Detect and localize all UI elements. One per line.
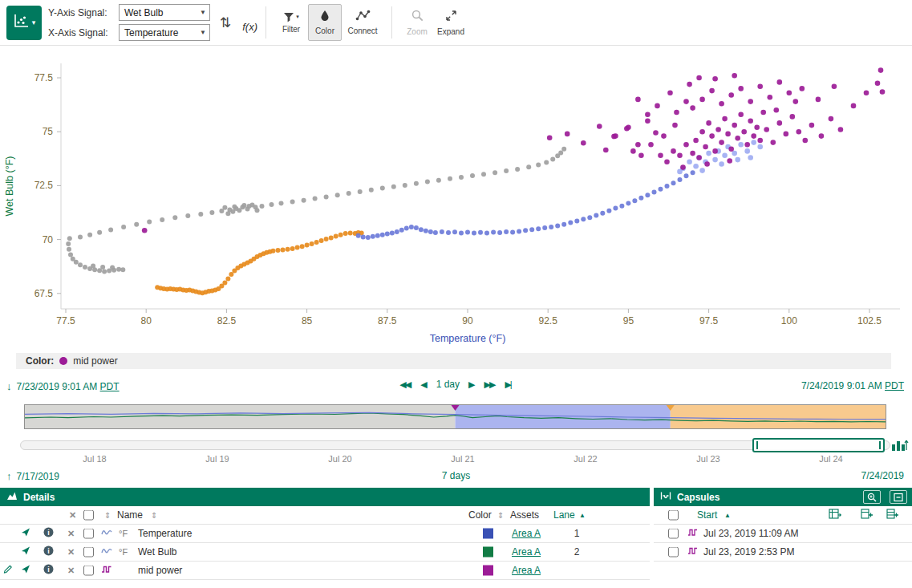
x-axis-signal-select[interactable]: Temperature ▼ (119, 24, 210, 41)
row-checkbox[interactable] (83, 529, 94, 539)
remove-icon[interactable]: ✕ (67, 566, 75, 576)
color-swatch[interactable] (483, 566, 493, 576)
item-name: mid power (138, 565, 182, 576)
y-axis-signal-select[interactable]: Wet Bulb ▼ (119, 4, 210, 21)
zoom-to-capsule-button[interactable] (863, 490, 881, 504)
select-caret-icon: ▼ (200, 29, 206, 36)
edit-icon[interactable] (3, 565, 13, 577)
y-tick-label: 77.5 (34, 72, 54, 83)
x-axis-signal-value: Temperature (124, 27, 178, 39)
timebar-auto-zoom-icon[interactable] (891, 439, 909, 455)
step-back-button[interactable]: ◀ (420, 379, 427, 390)
step-forward-button[interactable]: ▶ (468, 379, 475, 390)
zoom-button: Zoom (400, 4, 434, 41)
color-button[interactable]: Color (308, 4, 342, 41)
toolbar-divider (391, 6, 392, 39)
column-header-color[interactable]: Color (468, 509, 492, 521)
range-up-arrow-icon: ↑ (6, 470, 12, 482)
add-statistic-icon[interactable] (886, 509, 898, 521)
fx-button[interactable]: f(x) (242, 13, 257, 33)
display-range-end[interactable]: 7/24/2019 9:01 AM PDT (801, 380, 904, 391)
remove-icon[interactable]: ✕ (67, 529, 75, 539)
scatter-plot-icon (13, 14, 30, 32)
add-column-icon[interactable] (861, 509, 873, 521)
capsules-panel-header: Capsules (654, 488, 912, 506)
capsules-panel: Capsules Start ▲ Jul 23, 2019 11:09 AM (654, 488, 912, 588)
toolbar-divider (265, 6, 266, 39)
display-range-start[interactable]: 7/23/2019 9:01 AM PDT (17, 381, 120, 392)
x-axis-signal-label: X-Axis Signal: (48, 27, 114, 39)
axis-controls: Y-Axis Signal: Wet Bulb ▼ X-Axis Signal:… (48, 4, 210, 41)
timebar[interactable] (24, 404, 886, 429)
select-caret-icon: ▼ (200, 9, 206, 16)
select-all-checkbox[interactable] (83, 510, 94, 521)
date-tick-label: Jul 22 (574, 454, 597, 464)
asset-link[interactable]: Area A (512, 528, 541, 539)
navigate-icon[interactable] (21, 565, 30, 577)
display-range-start-date: 7/23/2019 9:01 AM (17, 381, 98, 392)
view-selector-button[interactable]: ▾ (6, 6, 42, 40)
expand-button[interactable]: Expand (434, 4, 468, 41)
droplet-icon (320, 10, 330, 24)
range-start-arrow-icon: ↓ (6, 380, 12, 392)
series-capsule-blue (356, 170, 695, 240)
column-header-lane[interactable]: Lane (553, 509, 575, 521)
step-back-fast-button[interactable]: ◀◀ (399, 379, 411, 390)
step-forward-fast-button[interactable]: ▶▶ (484, 379, 496, 390)
row-checkbox[interactable] (83, 566, 94, 576)
x-tick-label: 92.5 (539, 315, 558, 326)
capsules-column-header: Start ▲ (654, 506, 912, 525)
sort-asc-icon: ▲ (579, 512, 586, 519)
color-swatch[interactable] (483, 529, 493, 539)
x-tick-label: 95 (623, 315, 634, 326)
filter-label: Filter (282, 26, 300, 34)
display-range-bar: ↓ 7/23/2019 9:01 AM PDT ◀◀ ◀ 1 day ▶ ▶▶ … (0, 376, 912, 397)
collapse-panel-button[interactable] (890, 490, 907, 504)
step-to-end-button[interactable]: ▶| (505, 379, 512, 390)
scatter-plot[interactable]: 67.57072.57577.577.58082.58587.59092.595… (0, 46, 912, 351)
svg-text:i: i (47, 547, 50, 555)
color-swatch[interactable] (483, 547, 493, 558)
filter-button[interactable]: ▾ Filter (274, 4, 308, 41)
sort-icon[interactable]: ⇕ (497, 511, 504, 520)
y-tick-label: 67.5 (34, 288, 54, 299)
x-tick-label: 102.5 (857, 315, 882, 326)
navigate-icon[interactable] (21, 546, 30, 558)
investigate-range-end[interactable]: 7/24/2019 (861, 470, 904, 481)
capsule-checkbox[interactable] (668, 547, 679, 558)
details-column-header: ✕ ⇕ Name ⇕ Color ⇕ Assets Lane ▲ (0, 506, 650, 525)
capsule-checkbox[interactable] (668, 529, 679, 539)
y-axis-title: Wet Bulb (°F) (4, 156, 15, 217)
area-chart-icon (6, 491, 18, 503)
connect-button[interactable]: Connect (342, 4, 383, 41)
display-range-start-tz: PDT (100, 381, 120, 392)
asset-link[interactable]: Area A (512, 546, 541, 558)
investigate-range-start[interactable]: 7/17/2019 (17, 471, 59, 482)
zoom-label: Zoom (407, 28, 428, 36)
swap-axes-button[interactable]: ⇅ (220, 14, 231, 31)
column-header-assets[interactable]: Assets (510, 509, 539, 521)
column-header-name[interactable]: Name (117, 509, 143, 521)
info-icon[interactable]: i (43, 564, 54, 577)
x-tick-label: 97.5 (699, 315, 719, 326)
export-table-icon[interactable] (829, 509, 841, 521)
column-header-start[interactable]: Start (697, 509, 717, 521)
investigate-range-duration[interactable]: 7 days (442, 470, 470, 481)
select-all-capsules-checkbox[interactable] (668, 510, 679, 521)
remove-all-icon[interactable]: ✕ (69, 510, 76, 521)
info-icon[interactable]: i (43, 527, 54, 540)
signal-icon (101, 546, 112, 558)
step-size-label[interactable]: 1 day (436, 379, 460, 390)
asset-link[interactable]: Area A (512, 565, 541, 576)
capsule-start-value: Jul 23, 2019 2:53 PM (703, 546, 794, 558)
sort-icon[interactable]: ⇕ (151, 511, 157, 520)
remove-icon[interactable]: ✕ (67, 547, 75, 558)
navigate-icon[interactable] (21, 528, 30, 540)
sort-icon[interactable]: ⇕ (104, 511, 111, 520)
lane-value: 1 (566, 528, 587, 539)
info-icon[interactable]: i (43, 545, 54, 558)
series-capsule-orange (155, 230, 364, 295)
timebar-scroll-handle[interactable] (752, 438, 885, 452)
table-row: i ✕ mid power Area A (0, 562, 650, 580)
row-checkbox[interactable] (83, 547, 94, 558)
